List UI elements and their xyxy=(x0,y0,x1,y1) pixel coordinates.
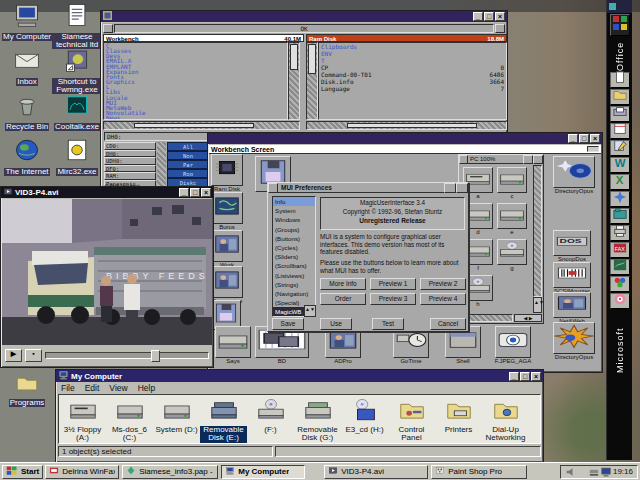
office-journal-button[interactable] xyxy=(610,140,630,156)
dopus-drive-button-udh0[interactable]: UDH0: xyxy=(104,157,156,165)
mc-item-system-d-[interactable]: System (D:) xyxy=(153,397,200,434)
task-button-paint-shop-pro[interactable]: Paint Shop Pro xyxy=(431,465,527,479)
dopus-action-button-non[interactable]: Non xyxy=(167,151,209,160)
mui-list-arrows[interactable]: ▲▼ xyxy=(304,305,316,317)
lister-close-gadget[interactable] xyxy=(459,155,468,164)
wb-icon-snoopdos-1[interactable]: DOSSnoopDos xyxy=(547,230,597,263)
lister-hscroll-arrows[interactable]: ◀ ▶ xyxy=(514,314,542,322)
desktop-icon-programs[interactable]: Programs xyxy=(2,372,52,407)
mui-zoom-gadget[interactable] xyxy=(444,183,456,193)
lister-titlebar[interactable]: PC 100% xyxy=(459,155,543,164)
menu-edit[interactable]: Edit xyxy=(85,383,100,393)
seek-thumb[interactable] xyxy=(151,350,160,362)
workbench-maximize-button[interactable]: □ xyxy=(579,134,589,143)
mui-button-preview-4[interactable]: Preview 4 xyxy=(420,293,466,305)
task-button-vid3-p4-avi[interactable]: VID3-P4.avi xyxy=(324,465,428,479)
dopus-file-row[interactable]: Language7 xyxy=(319,85,506,92)
mui-test-button[interactable]: Test xyxy=(372,318,404,330)
mui-close-gadget[interactable] xyxy=(268,183,278,193)
office-cardfile-button[interactable] xyxy=(610,208,630,224)
mc-item-dial-up-networking[interactable]: Dial-Up Networking xyxy=(482,397,529,443)
mui-page-groups[interactable]: (Groups) xyxy=(273,225,315,234)
office-mail-tray-button[interactable] xyxy=(610,106,630,122)
mc-minimize-button[interactable]: _ xyxy=(509,372,519,381)
seek-slider[interactable] xyxy=(45,352,209,359)
dopus-right-lister-header[interactable]: Ram Disk18.8M xyxy=(306,34,507,42)
mc-item-control-panel[interactable]: Control Panel xyxy=(388,397,435,443)
dopus-titlebar[interactable]: _ □ × xyxy=(101,11,507,22)
wb-icon-buros[interactable]: Buros xyxy=(209,192,249,231)
tray-fax-icon[interactable] xyxy=(577,463,587,480)
dopus-file-row[interactable]: Command-00-T016486 xyxy=(319,71,506,78)
dopus-file-row[interactable]: ENV xyxy=(319,50,506,57)
desktop-icon-shortcut-to-fwmng-exe[interactable]: Shortcut to Fwmng.exe xyxy=(52,47,102,94)
desktop-icon-my-computer[interactable]: My Computer xyxy=(2,2,52,41)
task-button-my-computer[interactable]: My Computer xyxy=(221,465,305,479)
dopus-close-button[interactable]: × xyxy=(495,12,505,21)
device-icon-c[interactable]: c xyxy=(495,167,529,200)
mc-item-e3-cd-h-[interactable]: E3_cd (H:) xyxy=(341,397,388,434)
my-computer-titlebar[interactable]: My Computer _ □ × xyxy=(56,370,543,382)
office-excel-button[interactable]: X xyxy=(610,174,630,190)
menu-help[interactable]: Help xyxy=(138,383,155,393)
mui-pages-list[interactable]: InfoSystemWindows(Groups)(Buttons)(Cycle… xyxy=(272,196,316,317)
office-dart-button[interactable] xyxy=(610,293,630,309)
wb-icon-f-jpeg-aga[interactable]: F.JPEG_AGA xyxy=(489,326,537,365)
dopus-gadget-left[interactable] xyxy=(103,24,113,33)
wb-icon-net-web-3[interactable]: Net&Web xyxy=(547,292,597,325)
office-folder-button[interactable] xyxy=(610,89,630,105)
office-winfax-button[interactable]: FAX xyxy=(610,242,630,258)
stop-button[interactable]: ▪ xyxy=(25,349,42,362)
dopus-path-field[interactable]: DH0: xyxy=(104,132,208,141)
workbench-titlebar[interactable]: _ □ × xyxy=(208,133,602,144)
dopus-right-lister[interactable]: ClipboardsENVTCP0Command-00-T016486Disk.… xyxy=(318,42,507,120)
device-icon-g[interactable]: g xyxy=(495,239,529,272)
office-map-button[interactable] xyxy=(610,259,630,275)
mui-page-info[interactable]: Info xyxy=(273,197,315,206)
mc-item-removable-disk-e-[interactable]: Removable Disk (E:) xyxy=(200,397,247,443)
office-word-button[interactable]: W xyxy=(610,157,630,173)
mui-depth-gadget[interactable] xyxy=(456,183,468,193)
dopus-file-row[interactable]: Clipboards xyxy=(319,43,506,50)
dopus-drive-button-cd0[interactable]: CD0: xyxy=(104,142,156,150)
mui-button-order[interactable]: Order xyxy=(320,293,366,305)
dopus-left-hscrollbar[interactable] xyxy=(103,121,300,130)
mc-item-3-floppy-a-[interactable]: 3½ Floppy (A:) xyxy=(59,397,106,443)
wb-icon-work[interactable]: Work xyxy=(209,230,249,269)
mc-item--f-[interactable]: (F:) xyxy=(247,397,294,434)
mc-maximize-button[interactable]: □ xyxy=(520,372,530,381)
office-paint-button[interactable] xyxy=(610,276,630,292)
tray-display-icon[interactable] xyxy=(601,463,611,480)
workbench-minimize-button[interactable]: _ xyxy=(568,134,578,143)
mui-page-sliders[interactable]: (Sliders) xyxy=(273,252,315,261)
wb-icon-ram-disk[interactable]: Ram Disk xyxy=(209,154,249,193)
mui-titlebar[interactable]: MUI Preferences xyxy=(268,183,468,193)
lister-zoom-gadget[interactable] xyxy=(523,155,533,164)
wb-icon-scsimounter-2[interactable]: SCSIMounter xyxy=(547,262,597,295)
mui-page-strings[interactable]: (Strings) xyxy=(273,280,315,289)
dopus-left-lister-header[interactable]: Workbench40.1M xyxy=(103,34,304,42)
dopus-maximize-button[interactable]: □ xyxy=(484,12,494,21)
lister-scroll-arrows[interactable]: ▲▼ xyxy=(533,297,542,313)
mc-item-ms-dos-6-c-[interactable]: Ms-dos_6 (C:) xyxy=(106,397,153,443)
screen-depth-gadget[interactable] xyxy=(587,146,599,152)
office-powerpoint-button[interactable] xyxy=(610,191,630,207)
dopus-drive-button-df0[interactable]: DF0: xyxy=(104,165,156,173)
system-tray[interactable]: 19:16 xyxy=(560,465,638,479)
dopus-file-row[interactable]: T xyxy=(319,57,506,64)
video-titlebar[interactable]: VID3-P4.avi _ □ × xyxy=(1,187,213,198)
mui-page-buttons[interactable]: (Buttons) xyxy=(273,234,315,243)
video-close-button[interactable]: × xyxy=(201,188,211,197)
dopus-left-scrollbar[interactable] xyxy=(288,42,300,120)
desktop-icon-cooltalk-exe[interactable]: Cooltalk.exe xyxy=(52,92,102,131)
device-icon-e[interactable]: e xyxy=(495,203,529,236)
mc-item-printers[interactable]: Printers xyxy=(435,397,482,434)
tray-modem-icon[interactable] xyxy=(589,463,599,480)
dopus-minimize-button[interactable]: _ xyxy=(473,12,483,21)
menu-view[interactable]: View xyxy=(109,383,127,393)
dopus-drive-button-ram[interactable]: RAM: xyxy=(104,172,156,180)
mui-button-preview-1[interactable]: Preview 1 xyxy=(370,278,416,290)
mui-page-windows[interactable]: Windows xyxy=(273,215,315,224)
dopus-action-button-roo[interactable]: Roo xyxy=(167,169,209,178)
mui-save-button[interactable]: Save xyxy=(272,318,304,330)
